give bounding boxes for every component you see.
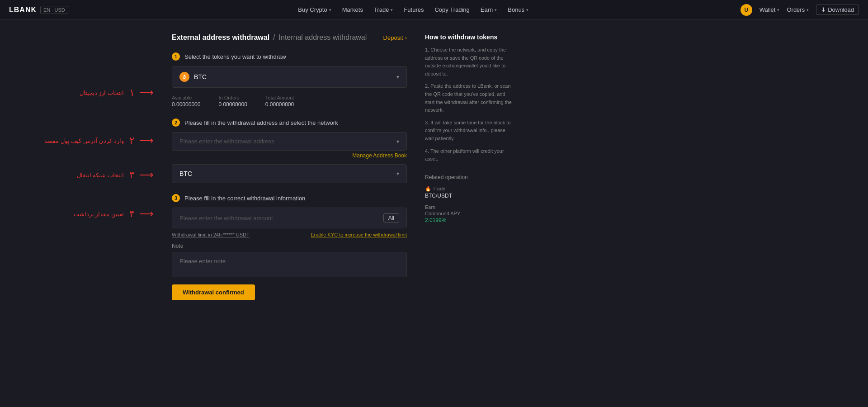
note-input[interactable] <box>172 252 407 277</box>
chevron-right-icon: › <box>405 34 407 41</box>
section2-title: Please fill in the withdrawal address an… <box>184 119 338 126</box>
navbar-right: U Wallet ▾ Orders ▾ ⬇ Download <box>741 4 859 16</box>
withdrawal-confirm-button[interactable]: Withdrawal confirmed <box>172 284 255 300</box>
annotation-4: تعیین مقدار برداشت ۴ ⟶ <box>9 208 154 220</box>
note-label: Note <box>172 243 407 249</box>
chevron-down-icon: ▾ <box>526 8 528 12</box>
annotations-panel: انتخاب ارز دیجیتال ۱ ⟶ وارد کردن آدرس کی… <box>0 33 163 311</box>
chevron-down-icon: ▾ <box>396 138 399 145</box>
token-selector[interactable]: ₿ BTC ▾ <box>172 66 407 88</box>
section-withdrawal-info: 3 Please fill in the correct withdrawal … <box>172 194 407 300</box>
chevron-down-icon: ▾ <box>777 8 779 12</box>
total-balance: Total Amount 0.00000000 <box>265 95 294 108</box>
avatar[interactable]: U <box>741 4 752 16</box>
main-content: External address withdrawal / Internal a… <box>163 33 416 311</box>
balance-row: Available 0.00000000 In Orders 0.0000000… <box>172 95 407 108</box>
page-header: External address withdrawal / Internal a… <box>172 33 407 42</box>
network-name: BTC <box>179 170 192 177</box>
related-title: Related operation <box>425 174 515 180</box>
amount-placeholder: Please enter the withdrawal amount <box>179 215 273 222</box>
chevron-down-icon: ▾ <box>495 8 497 12</box>
nav-futures[interactable]: Futures <box>404 6 424 13</box>
page-title: External address withdrawal <box>172 33 269 42</box>
chevron-down-icon: ▾ <box>329 8 331 12</box>
earn-apy: 2.0199% <box>425 217 515 223</box>
section1-number: 1 <box>172 52 180 61</box>
nav-earn[interactable]: Earn ▾ <box>481 6 497 13</box>
how-to-title: How to withdraw tokens <box>425 33 515 41</box>
page-wrapper: انتخاب ارز دیجیتال ۱ ⟶ وارد کردن آدرس کی… <box>0 20 868 325</box>
page-title-divider: / <box>273 33 275 42</box>
nav-bonus[interactable]: Bonus ▾ <box>508 6 528 13</box>
manage-address-link[interactable]: Manage Address Book <box>172 152 407 159</box>
related-earn: Earn Compound APY 2.0199% <box>425 204 515 223</box>
address-placeholder: Please enter the withdrawal address <box>179 138 274 145</box>
section1-header: 1 Select the tokens you want to withdraw <box>172 52 407 61</box>
chevron-down-icon: ▾ <box>807 8 809 12</box>
all-button[interactable]: All <box>383 213 399 222</box>
right-panel: How to withdraw tokens 1. Choose the net… <box>416 33 524 311</box>
wallet-button[interactable]: Wallet ▾ <box>760 6 780 13</box>
annotation-1: انتخاب ارز دیجیتال ۱ ⟶ <box>9 87 154 99</box>
chevron-down-icon: ▾ <box>396 74 399 80</box>
in-orders-balance: In Orders 0.00000000 <box>218 95 247 108</box>
download-button[interactable]: ⬇ Download <box>816 5 859 15</box>
kyc-link[interactable]: Enable KYC to increase the withdrawal li… <box>311 232 407 237</box>
related-trade-label: 🔥 Trade <box>425 186 515 192</box>
annotation-3: انتخاب شبکه انتقال ۳ ⟶ <box>9 169 154 181</box>
related-trade: 🔥 Trade BTC/USDT <box>425 186 515 199</box>
nav-trade[interactable]: Trade ▾ <box>374 6 393 13</box>
arrow-right-icon: ⟶ <box>139 136 154 146</box>
section-address-network: 2 Please fill in the withdrawal address … <box>172 118 407 183</box>
download-icon: ⬇ <box>821 6 826 13</box>
locale-selector[interactable]: EN · USD <box>40 6 68 14</box>
orders-button[interactable]: Orders ▾ <box>787 6 809 13</box>
arrow-right-icon: ⟶ <box>139 88 154 98</box>
nav-copy-trading[interactable]: Copy Trading <box>434 6 469 13</box>
withdrawal-limit-text: Withdrawal limit in 24h:****** USDT <box>172 232 250 237</box>
section2-header: 2 Please fill in the withdrawal address … <box>172 118 407 127</box>
nav-menu: Buy Crypto ▾ Markets Trade ▾ Futures Cop… <box>86 6 741 13</box>
section3-header: 3 Please fill in the correct withdrawal … <box>172 194 407 202</box>
how-to-steps: 1. Choose the network, and copy the addr… <box>425 46 515 163</box>
available-balance: Available 0.00000000 <box>172 95 200 108</box>
withdrawal-limit-row: Withdrawal limit in 24h:****** USDT Enab… <box>172 232 407 237</box>
deposit-link[interactable]: Deposit › <box>383 34 407 41</box>
arrow-right-icon: ⟶ <box>139 170 154 180</box>
section2-number: 2 <box>172 118 180 127</box>
section3-title: Please fill in the correct withdrawal in… <box>184 195 305 202</box>
token-name: BTC <box>194 73 207 80</box>
section-select-token: 1 Select the tokens you want to withdraw… <box>172 52 407 108</box>
navbar: LBANK EN · USD Buy Crypto ▾ Markets Trad… <box>0 0 868 20</box>
token-info: ₿ BTC <box>179 72 207 82</box>
fire-icon: 🔥 <box>425 186 431 191</box>
annotation-2: وارد کردن آدرس کیف پول مقصد ۲ ⟶ <box>9 135 154 147</box>
section1-title: Select the tokens you want to withdraw <box>184 53 286 60</box>
nav-markets[interactable]: Markets <box>342 6 363 13</box>
chevron-down-icon: ▾ <box>391 8 393 12</box>
arrow-right-icon: ⟶ <box>139 209 154 219</box>
trade-pair-link[interactable]: BTC/USDT <box>425 193 515 199</box>
btc-icon: ₿ <box>179 72 189 82</box>
amount-input[interactable]: Please enter the withdrawal amount All <box>172 208 407 228</box>
internal-withdrawal-link[interactable]: Internal address withdrawal <box>279 33 367 42</box>
address-input[interactable]: Please enter the withdrawal address ▾ <box>172 132 407 151</box>
chevron-down-icon: ▾ <box>396 170 399 177</box>
page-title-group: External address withdrawal / Internal a… <box>172 33 367 42</box>
navbar-logo[interactable]: LBANK <box>9 6 37 14</box>
nav-buy-crypto[interactable]: Buy Crypto ▾ <box>298 6 331 13</box>
related-earn-label: Earn <box>425 204 515 210</box>
section3-number: 3 <box>172 194 180 202</box>
network-selector[interactable]: BTC ▾ <box>172 164 407 183</box>
related-earn-sublabel: Compound APY <box>425 211 515 216</box>
